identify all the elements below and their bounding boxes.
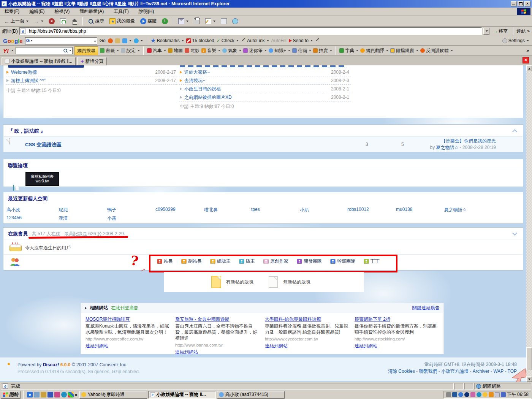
google-autolink-button[interactable]: AutoLink	[241, 38, 269, 43]
menu-file[interactable]: 檔案(F)	[5, 8, 19, 15]
category-title[interactable]: 『 政，語法館 』	[3, 125, 523, 135]
scroll-down-button[interactable]	[526, 376, 532, 382]
ad-title-link[interactable]: 大學眼科-給你專業眼科診療	[265, 316, 350, 322]
google-spellcheck-button[interactable]: ✓Check	[217, 38, 239, 43]
topic-link[interactable]: 送給大家搭~	[184, 69, 331, 76]
print-button[interactable]	[192, 17, 202, 25]
ad-title-link[interactable]: MOSOR馬仕得咖啡豆	[86, 316, 171, 322]
archiver-link[interactable]: Archiver	[473, 369, 494, 374]
quick-launch-media-icon[interactable]	[54, 392, 60, 397]
tray-icon[interactable]	[470, 392, 475, 397]
tray-icon[interactable]	[464, 392, 469, 397]
edit-button[interactable]	[203, 17, 217, 25]
quick-launch-desktop-icon[interactable]	[34, 392, 40, 397]
favorites-button[interactable]: 我的最愛	[108, 17, 137, 25]
space-user-link[interactable]: 漢漢	[59, 215, 68, 222]
new-tab-button[interactable]: + 新增分頁	[77, 57, 107, 65]
topic-link[interactable]: 小政生日時的祝福	[184, 86, 331, 92]
yahoo-dictionary-button[interactable]: 字典	[339, 48, 358, 54]
messenger-button[interactable]	[230, 17, 240, 25]
yahoo-logo-dropdown-icon[interactable]	[11, 50, 14, 51]
official-forum-link[interactable]: 小政官方論壇	[441, 369, 473, 374]
collapse-down-icon[interactable]	[513, 231, 517, 235]
quick-launch-shield-icon[interactable]	[48, 392, 53, 397]
go-button[interactable]: → 移至	[491, 28, 510, 35]
ad-visit-link[interactable]: 連結到網站	[86, 343, 108, 349]
yahoo-mail-button[interactable]: 信箱	[292, 48, 311, 54]
collapse-up-icon[interactable]	[513, 129, 517, 133]
tab-close-button[interactable]: ×	[522, 57, 529, 63]
menu-favorites[interactable]: 我的最愛(A)	[79, 8, 104, 15]
quick-launch-mail-icon[interactable]	[41, 392, 46, 397]
google-settings-button[interactable]: Settings	[502, 38, 529, 43]
refresh-button[interactable]	[58, 17, 68, 25]
space-user-link[interactable]: 高小政	[6, 207, 20, 213]
tray-display-icon[interactable]	[452, 392, 457, 397]
home-link-icon[interactable]	[13, 185, 14, 191]
yahoo-search-input[interactable]	[16, 47, 73, 54]
tray-volume-icon[interactable]	[446, 392, 451, 397]
contact-link[interactable]: 聯繫我們	[419, 369, 441, 374]
quick-launch-app-icon[interactable]	[68, 392, 74, 397]
ad-title-link[interactable]: 股票網路下單 2折	[355, 316, 440, 322]
quick-launch-browser-icon[interactable]	[61, 392, 67, 397]
space-user-link[interactable]: c0950399	[155, 207, 176, 212]
google-search-input[interactable]: G	[25, 37, 97, 44]
space-user-link[interactable]: mu0138	[396, 207, 412, 212]
yahoo-answers-button[interactable]: 知識+	[269, 48, 290, 54]
yahoo-antispyware-button[interactable]: 反間諜軟體	[420, 48, 453, 54]
google-quotes-button[interactable]	[134, 38, 143, 43]
task-yahoo-messenger[interactable]: Yahoo!奇摩即時通	[79, 391, 147, 399]
links-more-icon[interactable]: »	[527, 28, 530, 34]
back-button[interactable]: ← 上一頁	[2, 17, 30, 25]
quick-launch-ie-icon[interactable]: e	[27, 392, 33, 397]
taskbar-clock[interactable]: 下午 06:58	[507, 391, 529, 398]
stop-button[interactable]: ×	[47, 17, 57, 25]
yahoo-cars-button[interactable]: 汽車	[147, 48, 166, 54]
topic-link[interactable]: 去清境玩~	[184, 78, 331, 84]
yahoo-miniblog-button[interactable]: 迷你筆	[243, 48, 267, 54]
yahoo-popup-blocker-button[interactable]: 阻擋跳窗	[390, 48, 418, 54]
yahoo-web-search-button[interactable]: 網頁搜尋	[74, 46, 98, 55]
google-site-search-icon[interactable]	[108, 38, 113, 43]
space-user-link[interactable]: 123456	[6, 215, 22, 220]
forward-dropdown-icon[interactable]	[41, 21, 43, 22]
yahoo-maps-button[interactable]: 地圖	[168, 48, 183, 54]
google-pen-icon[interactable]	[315, 38, 320, 43]
home-button[interactable]	[70, 17, 79, 25]
yahoo-music-button[interactable]: ♪音樂	[201, 48, 220, 54]
space-user-link[interactable]: 夏之物語☆	[444, 207, 467, 213]
maximize-button[interactable]	[518, 1, 524, 6]
yahoo-translate-button[interactable]: 網頁翻譯	[360, 48, 388, 54]
space-user-link[interactable]: 小趴	[300, 207, 309, 213]
edit-dropdown-icon[interactable]	[213, 21, 215, 22]
google-autofill-button[interactable]: AutoFill	[271, 38, 287, 43]
lastpost-author-link[interactable]: 夏之物語☆	[436, 145, 458, 150]
mail-button[interactable]	[176, 17, 190, 25]
ad-visit-link[interactable]: 連結到網站	[175, 349, 198, 355]
scrollbar-thumb[interactable]	[526, 347, 532, 370]
space-user-link[interactable]: 屁屁	[59, 207, 68, 213]
task-forum-window[interactable]: e 小政娛樂論壇 -- 寵物 ‖...	[148, 391, 216, 399]
keyword-ads-link[interactable]: 關鍵連結廣告	[412, 305, 440, 311]
space-user-link[interactable]: 小露	[107, 215, 116, 222]
quick-launch-more-icon[interactable]: »	[75, 392, 78, 397]
discuz-link[interactable]: Discuz!	[43, 362, 59, 367]
google-popup-blocker[interactable]: 15 blocked	[186, 38, 214, 43]
forum-link[interactable]: CSS 交流語法區	[25, 141, 61, 148]
google-bookmarks-button[interactable]: Bookmarks	[151, 38, 184, 43]
vertical-scrollbar[interactable]	[526, 65, 532, 382]
menu-help[interactable]: 說明(H)	[139, 8, 154, 15]
menu-tools[interactable]: 工具(T)	[114, 8, 128, 15]
topic-link[interactable]: 游標上傳測試 ^^"	[11, 78, 155, 84]
tab-active[interactable]: 小政娛樂論壇 -- 寵物 ‖遊戲 ‖...	[2, 57, 76, 65]
tray-icon[interactable]	[458, 392, 463, 397]
ad-visit-link[interactable]: 連結到網站	[265, 343, 288, 349]
address-input[interactable]: e http://bbs.tw789.net/bbs.php	[19, 27, 482, 35]
back-dropdown-icon[interactable]	[26, 21, 28, 22]
ad-visit-link[interactable]: 連結到網站	[355, 343, 377, 349]
minimize-button[interactable]	[511, 1, 517, 6]
ad-title-link[interactable]: 喬安旅遊 - 金典中國新遊蹤	[175, 316, 260, 322]
discuss-button[interactable]	[219, 17, 229, 25]
google-sendto-button[interactable]: Send to	[289, 38, 313, 43]
